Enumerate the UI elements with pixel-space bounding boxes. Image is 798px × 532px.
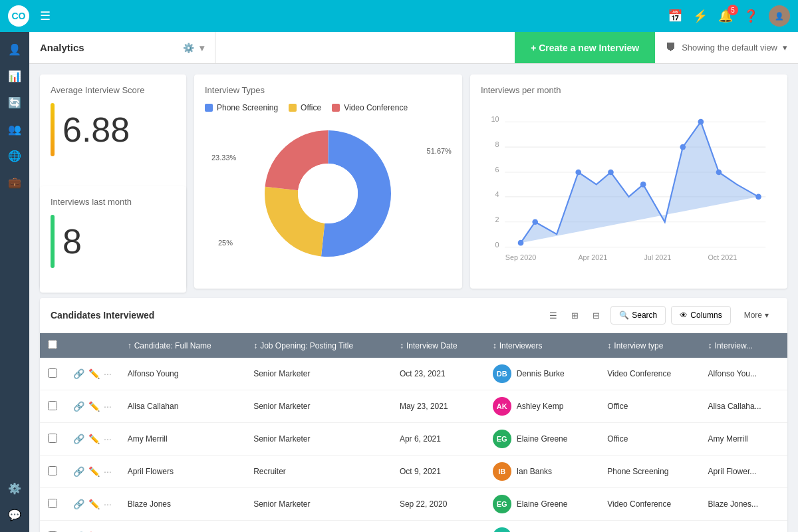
- search-icon: 🔍: [619, 311, 629, 320]
- search-button[interactable]: 🔍 Search: [610, 306, 666, 325]
- row-edit-icon[interactable]: ✏️: [88, 368, 100, 379]
- chart-dot: [640, 182, 646, 188]
- month-bar: [51, 215, 55, 268]
- row-checkbox[interactable]: [48, 466, 57, 475]
- sidebar-item-analytics[interactable]: 📊: [3, 64, 27, 88]
- row-checkbox[interactable]: [48, 401, 57, 410]
- score-bar: [51, 103, 55, 156]
- filter-icon[interactable]: ⛊: [666, 42, 676, 54]
- row-edit-icon[interactable]: ✏️: [88, 401, 100, 412]
- row-interviewer-cell: IB Ian Banks: [485, 456, 600, 488]
- sidebar-item-chat[interactable]: 💬: [3, 503, 27, 527]
- chart-dot: [698, 119, 704, 125]
- svg-text:4: 4: [495, 190, 499, 198]
- row-link-icon[interactable]: 🔗: [73, 466, 84, 477]
- interviewer-name: Elaine Greene: [517, 499, 568, 509]
- sidebar-item-people[interactable]: 👤: [3, 37, 27, 61]
- table-body: 🔗 ✏️ ··· Alfonso Young Senior Marketer O…: [40, 358, 787, 532]
- sort-icon: ↕: [400, 341, 404, 350]
- table-row: 🔗 ✏️ ··· Blaze Jones Senior Marketer Sep…: [40, 488, 787, 521]
- table-toolbar: ☰ ⊞ ⊟ 🔍 Search 👁 Columns: [544, 306, 777, 325]
- interview-types-card: Interview Types Phone Screening Office: [194, 74, 462, 289]
- th-candidate-name[interactable]: ↑ Candidate: Full Name: [120, 333, 245, 358]
- hamburger-menu[interactable]: ☰: [40, 9, 51, 23]
- sidebar-item-globe[interactable]: 🌐: [3, 144, 27, 168]
- row-actions-cell: 🔗 ✏️ ···: [65, 521, 120, 533]
- sort-icon: ↕: [607, 341, 611, 350]
- chart-legend: Phone Screening Office Video Conference: [205, 103, 452, 112]
- lightning-icon[interactable]: ⚡: [693, 9, 708, 23]
- line-chart: 0 2 4 6 8 10 Sep 2020: [481, 103, 777, 276]
- filter-chevron-icon[interactable]: ▾: [783, 43, 787, 53]
- legend-label-phone: Phone Screening: [217, 103, 278, 112]
- table-row: 🔗 ✏️ ··· Alfonso Young Senior Marketer O…: [40, 358, 787, 390]
- row-more-icon[interactable]: ···: [104, 466, 112, 477]
- th-checkbox: [40, 333, 65, 358]
- app-logo[interactable]: CO: [8, 5, 29, 27]
- settings-icon[interactable]: ⚙️: [183, 43, 194, 53]
- row-candidate-name: Alfonso Young: [120, 358, 245, 390]
- svg-text:0: 0: [495, 241, 499, 249]
- sidebar-item-refresh[interactable]: 🔄: [3, 90, 27, 114]
- row-interviewer-cell: AK Ashley Kemp: [485, 390, 600, 423]
- score-number: 6.88: [63, 110, 130, 150]
- row-checkbox[interactable]: [48, 434, 57, 443]
- help-icon[interactable]: ❓: [743, 9, 758, 23]
- row-link-icon[interactable]: 🔗: [73, 368, 84, 379]
- user-avatar[interactable]: 👤: [769, 5, 790, 27]
- row-checkbox[interactable]: [48, 368, 57, 378]
- create-interview-button[interactable]: + Create a new Interview: [515, 32, 655, 63]
- sidebar: 👤 📊 🔄 👥 🌐 💼 ⚙️ 💬: [0, 32, 29, 532]
- row-link-icon[interactable]: 🔗: [73, 401, 84, 412]
- more-chevron-icon: ▾: [765, 311, 769, 320]
- more-button[interactable]: More ▾: [736, 307, 777, 324]
- list-view-icon[interactable]: ☰: [544, 306, 563, 325]
- table-row: 🔗 ✏️ ··· April Flowers Recruiter Oct 9, …: [40, 456, 787, 488]
- notifications-icon[interactable]: 🔔 5: [718, 9, 733, 23]
- interviewer-avatar: EG: [493, 495, 511, 513]
- candidates-table-section: Candidates Interviewed ☰ ⊞ ⊟ 🔍 Search �: [40, 298, 787, 532]
- th-actions: [65, 333, 120, 358]
- row-checkbox[interactable]: [48, 499, 57, 508]
- row-edit-icon[interactable]: ✏️: [88, 434, 100, 444]
- th-interviewers[interactable]: ↕ Interviewers: [485, 333, 600, 358]
- row-link-icon[interactable]: 🔗: [73, 434, 84, 444]
- sidebar-item-settings[interactable]: ⚙️: [3, 476, 27, 500]
- select-all-checkbox[interactable]: [48, 340, 57, 349]
- row-interview-date: Nov 30, 2021: [392, 521, 485, 533]
- sidebar-item-briefcase[interactable]: 💼: [3, 170, 27, 194]
- sort-up-icon: ↑: [128, 341, 132, 350]
- donut-chart: [255, 120, 401, 267]
- table-header: Candidates Interviewed ☰ ⊞ ⊟ 🔍 Search �: [40, 298, 787, 333]
- row-more-icon[interactable]: ···: [104, 499, 112, 509]
- chart-dot: [575, 170, 581, 176]
- row-more-icon[interactable]: ···: [104, 401, 112, 412]
- row-edit-icon[interactable]: ✏️: [88, 499, 100, 509]
- th-interview-date[interactable]: ↕ Interview Date: [392, 333, 485, 358]
- interviewer-avatar: IB: [493, 462, 511, 481]
- calendar-icon[interactable]: 📅: [668, 9, 682, 23]
- th-job-title[interactable]: ↕ Job Opening: Posting Title: [245, 333, 392, 358]
- sort-icon: ↕: [493, 341, 497, 350]
- row-more-icon[interactable]: ···: [104, 368, 112, 379]
- chevron-down-icon[interactable]: ▾: [200, 43, 204, 53]
- row-interviewer2: Brittney D...: [700, 521, 787, 533]
- row-more-icon[interactable]: ···: [104, 434, 112, 444]
- row-link-icon[interactable]: 🔗: [73, 499, 84, 509]
- row-interviewer-cell: EG Elaine Greene: [485, 423, 600, 456]
- kanban-view-icon[interactable]: ⊟: [587, 306, 605, 325]
- sidebar-item-users[interactable]: 👥: [3, 117, 27, 141]
- th-interview-extra[interactable]: ↕ Interview...: [700, 333, 787, 358]
- interviewer-name: Ian Banks: [517, 467, 552, 476]
- columns-button[interactable]: 👁 Columns: [671, 306, 730, 325]
- table-wrapper: ↑ Candidate: Full Name ↕ Job Opening: Po…: [40, 333, 787, 532]
- more-label: More: [744, 311, 762, 320]
- row-candidate-name: Blaze Jones: [120, 488, 245, 521]
- th-interview-type[interactable]: ↕ Interview type: [599, 333, 700, 358]
- content-area: Analytics ⚙️ ▾ + Create a new Interview …: [29, 32, 798, 532]
- interviewer-name: Dennis Burke: [517, 369, 565, 378]
- row-candidate-name: Brittney Drake: [120, 521, 245, 533]
- row-job-title: Senior Marketer: [245, 390, 392, 423]
- grid-view-icon[interactable]: ⊞: [565, 306, 584, 325]
- row-edit-icon[interactable]: ✏️: [88, 466, 100, 477]
